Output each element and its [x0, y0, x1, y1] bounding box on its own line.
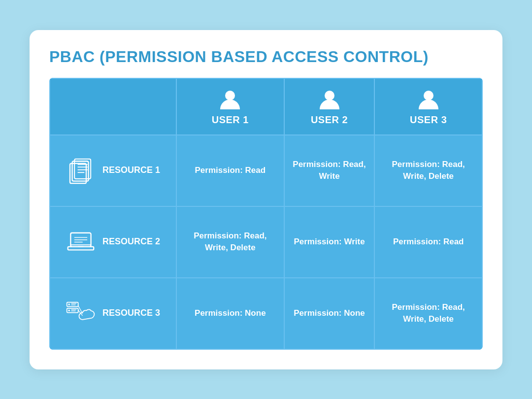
resource3-user3-perm: Permission: Read, Write, Delete	[374, 278, 482, 349]
resource3-name: RESOURCE 3	[102, 307, 160, 319]
resource1-user1-perm: Permission: Read	[176, 135, 284, 206]
svg-point-2	[424, 91, 433, 100]
resource3-user2-perm: Permission: None	[284, 278, 375, 349]
resource1-name: RESOURCE 1	[102, 164, 160, 176]
svg-point-22	[68, 309, 70, 311]
svg-point-18	[68, 303, 70, 305]
user2-icon	[318, 88, 341, 111]
resource2-user1-perm: Permission: Read, Write, Delete	[176, 206, 284, 278]
user2-label: USER 2	[311, 114, 348, 126]
header-user3: USER 3	[374, 78, 482, 135]
table-header-row: USER 1 USER 2	[50, 78, 482, 135]
resource1-label-cell: RESOURCE 1	[50, 135, 176, 206]
resource1-user3-perm: Permission: Read, Write, Delete	[374, 135, 482, 206]
resource3-row: RESOURCE 3 Permission: None Permission: …	[50, 278, 482, 349]
header-user2: USER 2	[284, 78, 375, 135]
header-user1: USER 1	[176, 78, 284, 135]
user3-icon	[417, 88, 440, 111]
resource3-label-cell: RESOURCE 3	[50, 278, 176, 349]
resource1-user2-perm: Permission: Read, Write	[284, 135, 375, 206]
pbac-card: PBAC (PERMISSION BASED ACCESS CONTROL) U…	[30, 30, 502, 369]
page-title: PBAC (PERMISSION BASED ACCESS CONTROL)	[49, 48, 483, 66]
user3-label: USER 3	[410, 114, 447, 126]
resource2-row: RESOURCE 2 Permission: Read, Write, Dele…	[50, 206, 482, 278]
user1-icon	[218, 88, 242, 111]
resource1-icon	[66, 157, 96, 184]
resource2-user3-perm: Permission: Read	[374, 206, 482, 278]
resource2-user2-perm: Permission: Write	[284, 206, 375, 278]
resource3-icon	[66, 300, 96, 327]
pbac-table: USER 1 USER 2	[49, 78, 483, 350]
resource2-label-cell: RESOURCE 2	[50, 206, 176, 278]
resource1-row: RESOURCE 1 Permission: Read Permission: …	[50, 135, 482, 206]
svg-point-0	[225, 91, 235, 100]
user1-label: USER 1	[212, 114, 249, 126]
resource3-user1-perm: Permission: None	[176, 278, 284, 349]
resource2-name: RESOURCE 2	[102, 235, 160, 248]
resource2-icon	[66, 229, 96, 256]
header-empty-cell	[50, 78, 176, 135]
pbac-table-wrapper: USER 1 USER 2	[49, 78, 483, 350]
svg-point-1	[325, 91, 334, 100]
